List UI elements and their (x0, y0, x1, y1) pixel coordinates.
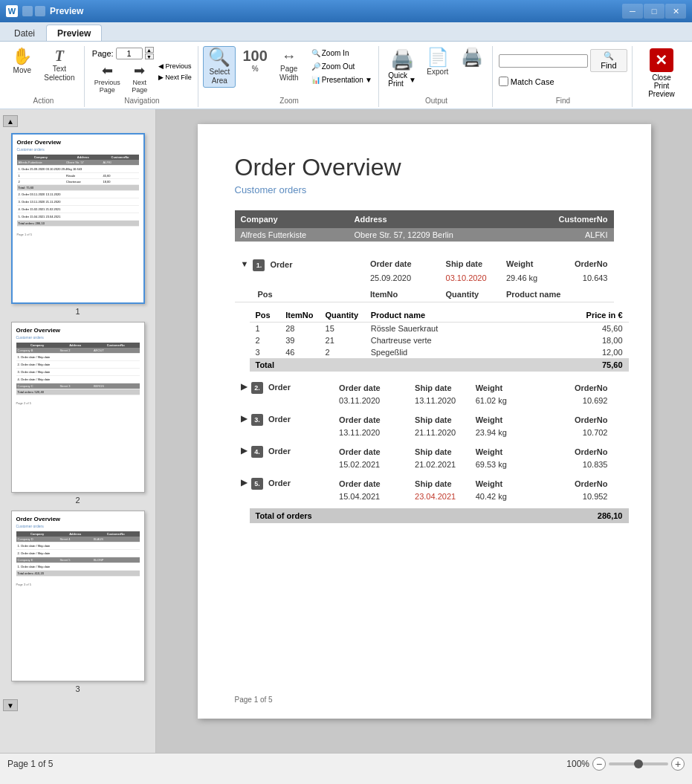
order-date-label-4: Order date (333, 441, 409, 459)
orderno-2: 10.692 (523, 395, 613, 409)
find-button[interactable]: 🔍 Find (590, 49, 627, 72)
thumbnail-2[interactable]: Order Overview Customer orders CompanyAd… (7, 322, 149, 505)
order-badge-1: 1. (253, 259, 265, 271)
close-x-icon: ✕ (650, 48, 673, 72)
thumbnail-2-frame: Order Overview Customer orders CompanyAd… (11, 322, 145, 493)
expand-icon-5[interactable]: ▶ (235, 473, 250, 491)
zoom-in-status-button[interactable]: + (671, 757, 685, 771)
zoom-out-button[interactable]: 🔎 Zoom Out (308, 61, 375, 72)
scroll-down-arrow[interactable]: ▼ (3, 699, 18, 711)
ship-date-2: 13.11.2020 (409, 395, 470, 409)
ship-date-label-3: Ship date (409, 409, 470, 427)
text-selection-button[interactable]: T Text Selection (39, 46, 80, 85)
orderno-label-5: OrderNo (523, 473, 613, 491)
detail-price-1-1: 45,60 (538, 323, 629, 335)
zoom-in-button[interactable]: 🔍 Zoom In (308, 48, 375, 59)
nav-buttons-row: ⬅ Previous Page ➡ Next Page ◀ Previous ▶… (91, 61, 195, 95)
close-button[interactable]: ✕ (665, 4, 686, 19)
detail-pos-1-3: 3 (250, 346, 280, 358)
thumbnail-panel[interactable]: ▲ Order Overview Customer orders Company… (0, 109, 156, 753)
dcol-product: Product name (365, 308, 538, 323)
expand-icon-1[interactable]: ▼ (235, 253, 252, 273)
weight-5: 40.42 kg (470, 491, 523, 505)
100pct-button[interactable]: 100 % (237, 46, 272, 76)
move-button[interactable]: ✋ Move (7, 46, 37, 77)
page-number-input[interactable] (116, 48, 143, 59)
grand-total-row: Total of orders 286,10 (250, 508, 629, 523)
find-input[interactable] (499, 54, 588, 68)
order-table: Company Address CustomerNo Alfreds Futte… (235, 210, 614, 242)
previous-page-button[interactable]: ⬅ Previous Page (91, 61, 124, 95)
tab-preview[interactable]: Preview (46, 25, 102, 41)
ship-date-label-2: Ship date (409, 378, 470, 395)
status-page-info: Page 1 of 5 (7, 759, 559, 769)
zoom-slider[interactable] (609, 762, 668, 765)
ribbon-group-close: ✕ Close Print Preview (634, 46, 689, 107)
order-date-2: 03.11.2020 (333, 395, 409, 409)
zoom-in-icon: 🔍 (311, 49, 320, 57)
undo-icon[interactable] (35, 6, 45, 16)
zoom-out-status-button[interactable]: − (592, 757, 606, 771)
detail-col-product: Product name (500, 287, 614, 302)
page-footer: Page 1 of 5 (235, 696, 273, 704)
thumbnail-1-content: Order Overview Customer orders CompanyAd… (17, 139, 139, 236)
orderno-3: 10.702 (523, 427, 613, 441)
weight-label-5: Weight (470, 473, 523, 491)
grand-total-value: 286,10 (553, 508, 629, 523)
next-page-icon: ➡ (134, 62, 145, 79)
find-input-row: 🔍 Find (499, 49, 627, 72)
weight-label-3: Weight (470, 409, 523, 427)
page-input-row: Page: ▲ ▼ (91, 46, 155, 60)
export-button[interactable]: 📄 Export (421, 46, 454, 79)
order-date-label-2: Order date (333, 378, 409, 395)
previous-file-button[interactable]: ◀ Previous (155, 61, 195, 71)
weight-label-4: Weight (470, 441, 523, 459)
detail-header-1: Pos ItemNo Quantity Product name (235, 287, 614, 302)
zoom-group-label: Zoom (204, 97, 374, 107)
thumbnail-2-number: 2 (75, 496, 80, 505)
thumbnail-3[interactable]: Order Overview Customer orders CompanyAd… (7, 511, 149, 693)
expand-icon-3[interactable]: ▶ (235, 409, 250, 427)
ship-date-5: 23.04.2021 (409, 491, 470, 505)
page-down-button[interactable]: ▼ (145, 54, 154, 59)
expand-icon-4[interactable]: ▶ (235, 441, 250, 459)
orderno-4: 10.835 (523, 459, 613, 473)
page-up-button[interactable]: ▲ (145, 47, 154, 53)
page-width-button[interactable]: ↔ Page Width (274, 46, 304, 85)
orders-2-5-table: ▶ 2. Order Order date Ship date Weight O… (235, 378, 614, 505)
preview-area[interactable]: Order Overview Customer orders Company A… (156, 109, 692, 753)
quick-print-button[interactable]: 🖨️ QuickPrint ▼ (384, 46, 419, 90)
select-area-button[interactable]: 🔍 Select Area (203, 46, 236, 88)
close-print-preview-button[interactable]: ✕ Close Print Preview (638, 46, 685, 100)
tab-datei[interactable]: Datei (3, 25, 46, 41)
zoom-slider-thumb[interactable] (634, 759, 643, 768)
next-page-button[interactable]: ➡ Next Page (127, 61, 152, 95)
weight-3: 23.94 kg (470, 427, 523, 441)
order-date-5: 15.04.2021 (333, 491, 409, 505)
zoom-options: 🔍 Zoom In 🔎 Zoom Out 📊 Presentation ▼ (308, 46, 375, 85)
maximize-button[interactable]: □ (644, 4, 664, 19)
grand-total-label: Total of orders (250, 508, 553, 523)
100pct-icon: 100 (242, 48, 267, 63)
scroll-up-arrow[interactable]: ▲ (3, 115, 18, 127)
thumbnail-1[interactable]: Order Overview Customer orders CompanyAd… (7, 133, 149, 316)
minimize-button[interactable]: ─ (622, 4, 643, 19)
dcol-price: Price in € (538, 308, 629, 323)
print-icon: 🖨️ (461, 48, 483, 66)
action-group-label: Action (7, 97, 80, 107)
navigation-group-label: Navigation (91, 97, 193, 107)
print-button[interactable]: 🖨️ (456, 46, 488, 70)
expand-icon-2[interactable]: ▶ (235, 378, 250, 395)
order-4-data: 15.02.2021 21.02.2021 69.53 kg 10.835 (235, 459, 614, 473)
weight-label-2: Weight (470, 378, 523, 395)
presentation-button[interactable]: 📊 Presentation ▼ (308, 74, 375, 85)
ribbon-group-action: ✋ Move T Text Selection Action (3, 46, 85, 107)
col-company: Company (235, 210, 349, 228)
match-case-row: Match Case (499, 77, 554, 86)
match-case-checkbox[interactable] (499, 77, 508, 86)
save-icon[interactable] (22, 6, 33, 16)
ribbon: ✋ Move T Text Selection Action Page: ▲ ▼ (0, 42, 692, 109)
next-file-button[interactable]: ▶ Next File (155, 72, 195, 82)
ribbon-group-navigation: Page: ▲ ▼ ⬅ Previous Page ➡ Next Page (86, 46, 198, 107)
detail-item-1-3: 46 (279, 346, 319, 358)
